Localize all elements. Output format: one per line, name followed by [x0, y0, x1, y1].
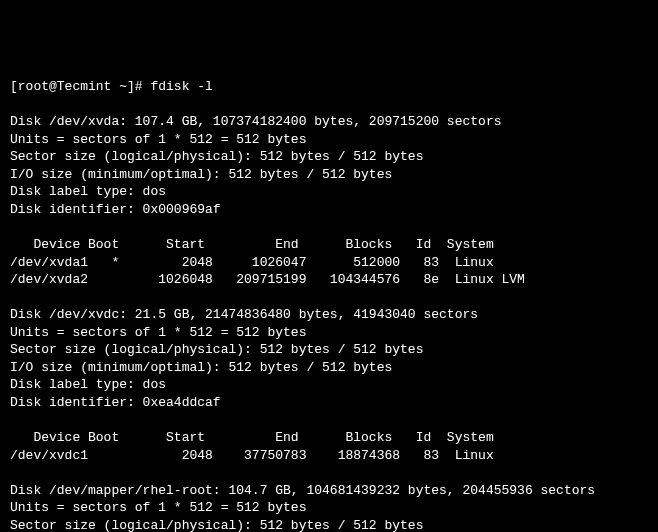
disk-io: I/O size (minimum/optimal): 512 bytes / …: [10, 360, 392, 375]
disk-sector: Sector size (logical/physical): 512 byte…: [10, 518, 423, 532]
disk-units: Units = sectors of 1 * 512 = 512 bytes: [10, 325, 306, 340]
disk-units: Units = sectors of 1 * 512 = 512 bytes: [10, 132, 306, 147]
disk-units: Units = sectors of 1 * 512 = 512 bytes: [10, 500, 306, 515]
disk-sector: Sector size (logical/physical): 512 byte…: [10, 342, 423, 357]
partition-row: /dev/xvdc1 2048 37750783 18874368 83 Lin…: [10, 448, 494, 463]
disk-id: Disk identifier: 0x000969af: [10, 202, 221, 217]
disk-id: Disk identifier: 0xea4ddcaf: [10, 395, 221, 410]
partition-col-header: Device Boot Start End Blocks Id System: [10, 430, 494, 445]
partition-row: /dev/xvda2 1026048 209715199 104344576 8…: [10, 272, 525, 287]
disk-header: Disk /dev/xvdc: 21.5 GB, 21474836480 byt…: [10, 307, 478, 322]
partition-row: /dev/xvda1 * 2048 1026047 512000 83 Linu…: [10, 255, 494, 270]
disk-io: I/O size (minimum/optimal): 512 bytes / …: [10, 167, 392, 182]
command-text: fdisk -l: [150, 79, 212, 94]
disk-label: Disk label type: dos: [10, 377, 166, 392]
disk-header: Disk /dev/xvda: 107.4 GB, 107374182400 b…: [10, 114, 501, 129]
disk-header: Disk /dev/mapper/rhel-root: 104.7 GB, 10…: [10, 483, 595, 498]
disk-sector: Sector size (logical/physical): 512 byte…: [10, 149, 423, 164]
disk-label: Disk label type: dos: [10, 184, 166, 199]
shell-prompt: [root@Tecmint ~]#: [10, 79, 150, 94]
partition-col-header: Device Boot Start End Blocks Id System: [10, 237, 494, 252]
